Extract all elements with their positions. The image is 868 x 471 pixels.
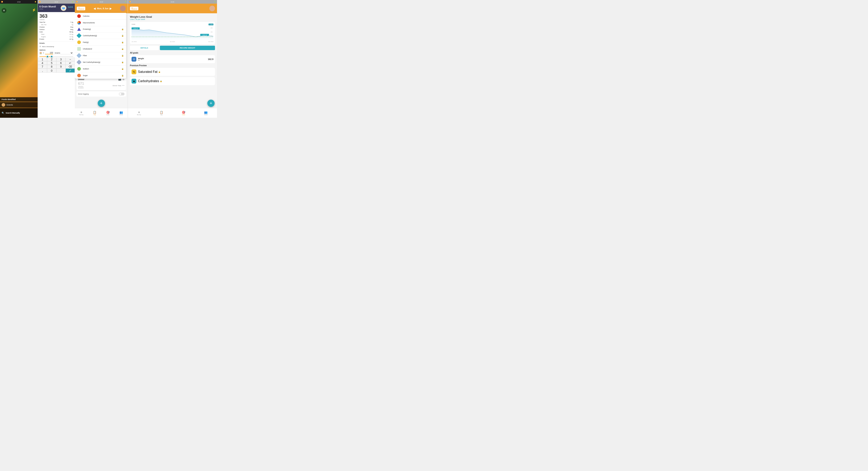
macro-item-cholesterol[interactable]: Cholesterol 🔒 [75, 46, 126, 52]
nutr-protein: Protein 10.7g [39, 38, 73, 40]
date-prev-button[interactable]: ◀ [94, 7, 96, 10]
add-weight-fab[interactable]: + [207, 100, 215, 107]
calories-icon [77, 14, 81, 18]
numpad-key-empty [56, 68, 66, 73]
macro-item-netcarbs[interactable]: Net Carbohydrates(g) 🔒 [75, 59, 126, 66]
numpad-key-8[interactable]: 8 [47, 65, 56, 68]
status-signal-left: 📶 [1, 1, 3, 3]
macro-label-calories: Calories [83, 15, 124, 17]
user-avatar-weight[interactable] [209, 6, 215, 11]
macro-item-sugar[interactable]: Sugar 🔒 [75, 72, 126, 79]
unit-select[interactable]: Grams [54, 52, 73, 54]
protein-lock-icon: 🔒 [121, 28, 124, 30]
nutr-sugars: Sugars 11.5g [39, 36, 73, 38]
macro-item-sodium[interactable]: Sodium 🔒 [75, 66, 126, 72]
numpad-key-2[interactable]: 2 [47, 58, 56, 61]
nutr-value: 0mg [70, 26, 73, 28]
carb-name: Carbohydrates [138, 79, 159, 83]
add-food-fab[interactable]: + [98, 100, 105, 107]
weight-chart: Under 1,918 [130, 22, 215, 44]
tracker-panel: 📶 14:10 🔋 GO PREMIUM ◀ Mon, 8 Jun ▶ Calo… [75, 0, 128, 118]
nutr-label: Cholest. [39, 26, 45, 28]
food-brand: Uiola [39, 8, 56, 10]
calculator-icon[interactable]: 🧮 [39, 52, 42, 54]
macro-item-fats[interactable]: Fats(g) 🔒 [75, 39, 126, 46]
numpad-key-3[interactable]: 3 [56, 58, 66, 61]
macro-item-protein[interactable]: Protein(g) 🔒 [75, 26, 126, 32]
nav-goals-tracker[interactable]: 🎯 Goals [101, 108, 115, 118]
nav-goals-weight[interactable]: 🎯 Goals [173, 108, 195, 118]
premium-sat-fat: % Saturated Fat 🔒 [130, 68, 215, 76]
numpad-key-0[interactable]: 0 [47, 68, 56, 73]
numpad-key-5[interactable]: 5 [47, 61, 56, 65]
food-title-group: 6 Grain Muesli Uiola [39, 5, 56, 10]
weight-content: Weight Loss Goal Lose 1 lb per week Unde… [128, 13, 217, 109]
goal-value-weight: 162.9 [208, 58, 213, 60]
done-logging-toggle[interactable] [119, 93, 124, 95]
nav-log-tracker[interactable]: 📋 Log [88, 108, 101, 118]
numpad-key-6[interactable]: 6 [56, 61, 66, 65]
numpad-key-4[interactable]: 4 [38, 61, 47, 65]
details-button[interactable]: DETAILS [130, 46, 159, 50]
macro-label-protein: Protein(g) [83, 28, 121, 30]
nav-social-tracker[interactable]: 👥 Social [115, 108, 128, 118]
nutr-sodium: Sodium 0mg [39, 28, 73, 31]
quantity-slider[interactable] [38, 55, 75, 58]
carbs-lock-icon: 🔒 [121, 35, 124, 37]
nav-my-day-tracker[interactable]: ☀ My Day [75, 108, 88, 118]
bottom-nav-tracker: ☀ My Day 📋 Log 🎯 Goals 👥 Social [75, 108, 128, 118]
macro-label-sugar: Sugar [83, 75, 121, 77]
slider-thumb-right[interactable] [51, 55, 53, 58]
camera-close-button[interactable]: ✕ [2, 8, 6, 13]
slider-thumb-left[interactable] [46, 55, 49, 58]
x-label-jun2018: Jun-2018 [131, 41, 136, 42]
goals-icon: 🎯 [106, 111, 110, 114]
weight-goal-info: Weight lbs [138, 58, 208, 61]
flash-toggle-button[interactable]: ⚡ [32, 8, 36, 12]
status-bar-food: 📶 14:10 🔋 [38, 0, 75, 4]
macro-item-calories[interactable]: Calories [75, 13, 126, 20]
numpad-key-comma[interactable]: , [38, 68, 47, 73]
record-weight-button[interactable]: RECORD WEIGHT [160, 46, 215, 50]
numpad-key-9[interactable]: 9 [56, 65, 66, 68]
nutr-value: 0mg [70, 28, 73, 31]
save-button[interactable]: SAVE [68, 5, 73, 11]
log-label-w: Log [160, 114, 162, 115]
numpad-key-minus[interactable]: − [66, 58, 75, 61]
numpad-key-confirm[interactable]: ✓ [66, 68, 75, 73]
nutr-value: 10.2g [69, 33, 73, 36]
goals-icon-w: 🎯 [182, 111, 185, 114]
goals-label: Goals [106, 114, 110, 115]
numpad-key-backspace[interactable]: ⌫ [66, 65, 75, 68]
chart-container: 162.9 210.3 205 184 164 [131, 26, 213, 41]
nav-my-day-weight[interactable]: ☀ My Day [128, 108, 150, 118]
food-detail-panel: 📶 14:10 🔋 6 Grain Muesli Uiola 🥣 SAVE 36… [38, 0, 75, 118]
sodium-lock-icon: 🔒 [121, 68, 124, 70]
food-item-granola[interactable]: Granola [0, 102, 38, 108]
user-avatar-tracker[interactable] [120, 6, 126, 11]
quantity-input[interactable] [45, 52, 53, 54]
macro-item-carbs[interactable]: Carbohydrates(g) 🔒 [75, 32, 126, 39]
timestamp-row[interactable]: ⏱ Add a timestamp [38, 45, 75, 48]
go-premium-button-tracker[interactable]: GO PREMIUM [77, 7, 85, 10]
numpad-key-enter[interactable]: ↵ [66, 61, 75, 65]
macro-item-fiber[interactable]: Fiber 🔒 [75, 52, 126, 59]
search-manually-button[interactable]: 🔍 Search Manually [0, 108, 38, 118]
bottom-nav-weight: ☀ My Day 📋 Log 🎯 Goals 👥 Social [128, 108, 217, 118]
social-label-w: Social [204, 114, 207, 115]
go-premium-button-weight[interactable]: GO PREMIUM [130, 7, 138, 10]
numpad-key-7[interactable]: 7 [38, 65, 47, 68]
dropdown-arrow[interactable]: ▼ [43, 52, 44, 54]
carb-lock-icon: 🔒 [160, 80, 162, 82]
chart-x-labels: Jun-2018 Apr-2019 Feb-2020 [131, 41, 213, 42]
macro-item-macronutrients[interactable]: Macronutrients [75, 20, 126, 26]
nav-social-weight[interactable]: 👥 Social [195, 108, 217, 118]
status-left-4: 📶 [129, 1, 131, 3]
carbs-icon [76, 33, 82, 38]
nutr-fiber: Fiber 10.2g [39, 33, 73, 36]
y-label-184: 184 [211, 31, 213, 33]
nav-log-weight[interactable]: 📋 Log [150, 108, 173, 118]
date-next-button[interactable]: ▶ [110, 7, 112, 10]
numpad-key-1[interactable]: 1 [38, 58, 47, 61]
search-icon: 🔍 [2, 112, 4, 114]
